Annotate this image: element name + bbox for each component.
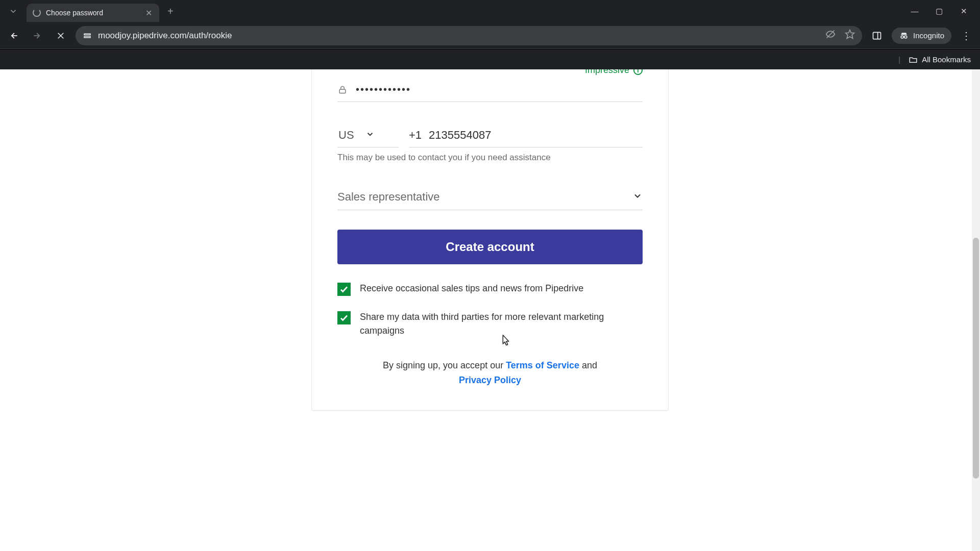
scrollbar-track[interactable] <box>972 69 980 551</box>
svg-point-11 <box>904 36 907 38</box>
phone-field[interactable]: +1 <box>409 124 643 147</box>
terms-link[interactable]: Terms of Service <box>506 360 579 370</box>
scrollbar-thumb[interactable] <box>973 238 979 479</box>
minimize-button[interactable]: ― <box>910 7 920 16</box>
role-value: Sales representative <box>337 190 440 204</box>
chevron-down-icon <box>365 130 375 141</box>
phone-prefix: +1 <box>409 129 422 142</box>
tab-close-icon[interactable]: ✕ <box>144 8 153 18</box>
tab-title: Choose password <box>46 9 139 17</box>
role-select[interactable]: Sales representative <box>337 185 643 210</box>
svg-rect-5 <box>84 36 90 37</box>
legal-text: By signing up, you accept our Terms of S… <box>337 358 643 388</box>
checkbox-row-tips: Receive occasional sales tips and news f… <box>337 282 643 296</box>
browser-menu-button[interactable]: ⋮ <box>958 27 975 44</box>
phone-input[interactable] <box>429 129 643 142</box>
page-viewport: Impressive i US +1 This may be used to c… <box>0 69 980 551</box>
svg-rect-4 <box>84 34 90 35</box>
svg-marker-7 <box>846 30 854 39</box>
site-info-icon[interactable] <box>83 31 92 40</box>
new-tab-button[interactable]: + <box>163 6 178 17</box>
checkbox-share[interactable] <box>337 311 351 324</box>
incognito-label: Incognito <box>913 31 944 40</box>
password-input[interactable] <box>356 84 643 95</box>
password-field[interactable] <box>337 79 643 102</box>
address-bar[interactable]: moodjoy.pipedrive.com/auth/rookie <box>76 26 862 45</box>
phone-hint: This may be used to contact you if you n… <box>337 153 643 163</box>
svg-point-10 <box>901 36 903 38</box>
side-panel-button[interactable] <box>868 27 886 44</box>
chevron-down-icon <box>632 191 643 204</box>
bookmarks-bar: | All Bookmarks <box>0 49 980 69</box>
legal-and: and <box>579 360 597 370</box>
lock-icon <box>337 85 348 95</box>
tab-search-button[interactable] <box>4 2 22 20</box>
privacy-link[interactable]: Privacy Policy <box>459 375 521 385</box>
bookmark-star-icon[interactable] <box>845 29 855 42</box>
legal-prefix: By signing up, you accept our <box>383 360 506 370</box>
tab-favicon <box>33 9 41 17</box>
country-select[interactable]: US <box>337 124 399 147</box>
create-account-label: Create account <box>446 240 534 254</box>
browser-tab[interactable]: Choose password ✕ <box>27 4 159 22</box>
info-icon[interactable]: i <box>633 69 643 75</box>
country-code-label: US <box>338 129 354 142</box>
checkbox-row-share: Share my data with third parties for mor… <box>337 310 643 338</box>
signup-card: Impressive i US +1 This may be used to c… <box>311 69 669 411</box>
create-account-button[interactable]: Create account <box>337 230 643 264</box>
maximize-button[interactable]: ▢ <box>934 7 944 16</box>
window-controls: ― ▢ ✕ <box>910 7 976 16</box>
url-text: moodjoy.pipedrive.com/auth/rookie <box>98 31 819 41</box>
all-bookmarks-button[interactable]: All Bookmarks <box>909 55 971 64</box>
forward-button[interactable] <box>29 27 46 44</box>
incognito-indicator[interactable]: Incognito <box>892 28 951 44</box>
checkbox-tips[interactable] <box>337 283 351 296</box>
close-window-button[interactable]: ✕ <box>959 7 969 16</box>
password-strength-row: Impressive i <box>337 69 643 76</box>
tab-strip: Choose password ✕ + ― ▢ ✕ <box>0 0 980 22</box>
stop-reload-button[interactable] <box>52 27 69 44</box>
checkbox-tips-label: Receive occasional sales tips and news f… <box>360 282 583 295</box>
svg-rect-8 <box>873 32 881 39</box>
all-bookmarks-label: All Bookmarks <box>922 55 971 64</box>
browser-toolbar: moodjoy.pipedrive.com/auth/rookie Incogn… <box>0 22 980 49</box>
svg-rect-12 <box>339 89 346 93</box>
browser-chrome: Choose password ✕ + ― ▢ ✕ moodjoy.pipedr… <box>0 0 980 69</box>
eye-off-icon[interactable] <box>825 29 836 42</box>
back-button[interactable] <box>5 27 22 44</box>
phone-row: US +1 <box>337 124 643 147</box>
password-strength-label: Impressive <box>585 69 629 76</box>
checkbox-share-label: Share my data with third parties for mor… <box>360 310 643 338</box>
